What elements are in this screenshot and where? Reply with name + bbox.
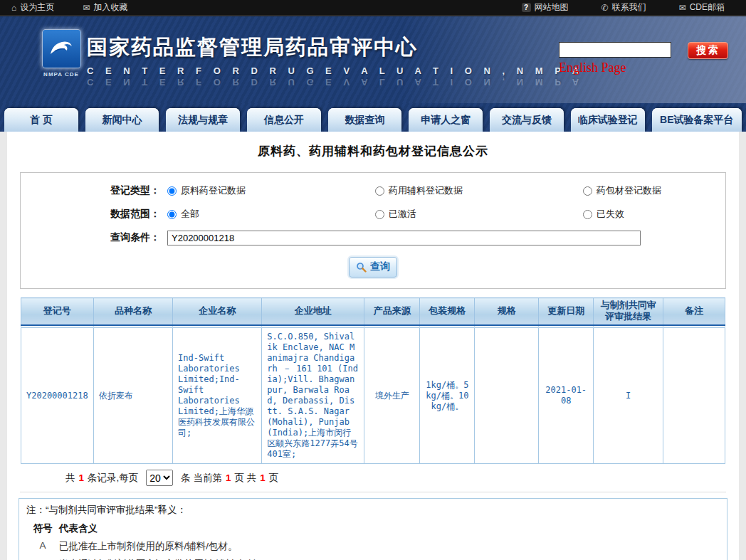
nav-tab-home[interactable]: 首 页: [4, 108, 78, 132]
envelope-icon: ✉: [83, 4, 90, 12]
cell-review-result: I: [594, 328, 663, 464]
col-header-reg-no: 登记号: [21, 298, 94, 325]
header-search-input[interactable]: [559, 42, 671, 58]
cell-spec: [475, 328, 539, 464]
reg-type-row: 登记类型： 原料药登记数据 药用辅料登记数据 药包材登记数据: [21, 183, 725, 199]
activated-radio[interactable]: [375, 210, 384, 219]
search-button-row: 查询: [21, 257, 725, 277]
sitemap-link[interactable]: ? 网站地图: [522, 1, 569, 14]
nav-tab-feedback[interactable]: 交流与反馈: [490, 108, 564, 132]
cell-package-spec: 1kg/桶。5kg/桶。10kg/桶。: [420, 328, 475, 464]
query-condition-label: 查询条件：: [21, 231, 160, 244]
content-panel: 原料药、药用辅料和药包材登记信息公示 登记类型： 原料药登记数据 药用辅料登记数…: [7, 132, 739, 560]
legend-header: 符号 代表含义: [26, 522, 720, 535]
pagination-total-prefix: 共: [65, 472, 75, 485]
site-header: NMPA CDE 国家药品监督管理局药品审评中心 C E N T E R F O…: [0, 16, 746, 103]
query-form: 登记类型： 原料药登记数据 药用辅料登记数据 药包材登记数据 数据范围：: [20, 172, 726, 289]
col-header-package-spec: 包装规格: [420, 298, 475, 325]
legend-symbol-header: 符号: [26, 522, 59, 535]
col-header-company-name: 企业名称: [173, 298, 262, 325]
pagination-total-count: 1: [79, 472, 85, 483]
all-radio-label: 全部: [181, 208, 199, 221]
packaging-data-radio-label: 药包材登记数据: [597, 184, 661, 197]
all-radio[interactable]: [167, 210, 177, 219]
logo-caption: NMPA CDE: [39, 71, 83, 78]
col-header-product-name: 品种名称: [93, 298, 172, 325]
topbar-left-links: ⌂ 设为主页 ✉ 加入收藏: [11, 1, 127, 14]
query-submit-button[interactable]: 查询: [349, 257, 397, 278]
cell-company-name: Ind-Swift Laboratories Limited;Ind-Swift…: [173, 328, 262, 464]
radio-option-api-data[interactable]: 原料药登记数据: [167, 184, 368, 197]
legend-meaning-a: 已批准在上市制剂使用的原料/辅料/包材。: [59, 540, 238, 553]
page-title: 原料药、药用辅料和药包材登记信息公示: [7, 132, 739, 165]
pagination-page-total-label: 页 共: [235, 472, 257, 485]
nav-tab-data-query[interactable]: 数据查询: [328, 108, 402, 132]
nav-tab-regulations[interactable]: 法规与规章: [166, 108, 240, 132]
query-condition-input[interactable]: [167, 231, 641, 245]
radio-option-all[interactable]: 全部: [167, 208, 368, 221]
topbar-right-links: ? 网站地图 ✆ 联系我们 ✉ CDE邮箱: [522, 1, 735, 14]
cell-product-source: 境外生产: [364, 328, 420, 464]
col-header-product-source: 产品来源: [364, 298, 420, 325]
table-row: Y20200001218 依折麦布 Ind-Swift Laboratories…: [21, 328, 725, 464]
legend-item-a: A 已批准在上市制剂使用的原料/辅料/包材。: [26, 540, 720, 553]
cde-mail-link[interactable]: ✉ CDE邮箱: [679, 1, 725, 14]
col-header-spec: 规格: [475, 298, 539, 325]
radio-option-activated[interactable]: 已激活: [375, 208, 576, 221]
legend-meaning-header: 代表含义: [59, 522, 98, 535]
nav-tab-info-disclosure[interactable]: 信息公开: [247, 108, 321, 132]
page-size-select[interactable]: 20: [146, 470, 173, 486]
data-scope-label: 数据范围：: [21, 208, 160, 221]
table-header-row: 登记号 品种名称 企业名称 企业地址 产品来源 包装规格 规格 更新日期 与制剂…: [21, 298, 725, 325]
nav-tab-applicant-window[interactable]: 申请人之窗: [409, 108, 483, 132]
cell-reg-no: Y20200001218: [21, 328, 94, 464]
top-utility-bar: ⌂ 设为主页 ✉ 加入收藏 ? 网站地图 ✆ 联系我们 ✉ CDE邮箱: [0, 0, 746, 16]
main-navigation: 首 页 新闻中心 法规与规章 信息公开 数据查询 申请人之窗 交流与反馈 临床试…: [0, 103, 746, 132]
contact-us-link[interactable]: ✆ 联系我们: [601, 1, 646, 14]
site-title-cn: 国家药品监督管理局药品审评中心: [87, 33, 584, 62]
magnifier-icon: [356, 262, 367, 273]
radio-option-packaging-data[interactable]: 药包材登记数据: [583, 184, 746, 197]
cde-logo: NMPA CDE: [39, 29, 83, 78]
pagination-bar: 共 1 条记录,每页 20 条 当前第 1 页 共 1 页: [20, 464, 726, 492]
excipient-data-radio[interactable]: [375, 186, 384, 196]
cde-logo-mark: [42, 29, 81, 68]
question-icon: ?: [522, 3, 531, 12]
nav-tab-clinical-trial-reg[interactable]: 临床试验登记: [571, 108, 645, 132]
legend-symbol-a: A: [26, 540, 59, 553]
english-page-link[interactable]: English Page: [559, 60, 626, 75]
col-header-company-address: 企业地址: [262, 298, 364, 325]
swan-icon: [46, 34, 76, 64]
expired-radio[interactable]: [583, 210, 592, 219]
expired-radio-label: 已失效: [597, 208, 624, 221]
pagination-current-page: 1: [226, 472, 231, 483]
radio-option-excipient-data[interactable]: 药用辅料登记数据: [375, 184, 576, 197]
cde-mail-label: CDE邮箱: [690, 1, 725, 14]
cell-remark: [663, 328, 725, 464]
set-homepage-link[interactable]: ⌂ 设为主页: [11, 1, 54, 14]
cell-product-name: 依折麦布: [93, 328, 172, 464]
header-search-button[interactable]: 搜索: [688, 42, 728, 59]
add-favorite-label: 加入收藏: [93, 1, 127, 14]
content-region: 原料药、药用辅料和药包材登记信息公示 登记类型： 原料药登记数据 药用辅料登记数…: [0, 132, 746, 560]
excipient-data-radio-label: 药用辅料登记数据: [389, 184, 463, 197]
col-header-update-date: 更新日期: [539, 298, 594, 325]
cell-update-date: 2021-01-08: [539, 328, 594, 464]
nav-tab-be-platform[interactable]: BE试验备案平台: [652, 108, 742, 132]
nav-tab-news[interactable]: 新闻中心: [85, 108, 159, 132]
cell-company-address: S.C.O.850, Shivalik Enclave, NAC Manimaj…: [262, 328, 364, 464]
legend-notes: 注：“与制剂共同审评审批结果”释义： 符号 代表含义 A 已批准在上市制剂使用的…: [19, 498, 727, 560]
pagination-after-select-label: 条 当前第: [181, 472, 222, 485]
site-title-en-reflection: C E N T E R F O R D R U G E V A L U A T …: [87, 77, 584, 88]
packaging-data-radio[interactable]: [583, 186, 592, 196]
results-table: 登记号 品种名称 企业名称 企业地址 产品来源 包装规格 规格 更新日期 与制剂…: [21, 297, 725, 464]
add-favorite-link[interactable]: ✉ 加入收藏: [83, 1, 127, 14]
api-data-radio-label: 原料药登记数据: [181, 184, 246, 197]
pagination-pages-suffix: 页: [269, 472, 279, 485]
site-title-en: C E N T E R F O R D R U G E V A L U A T …: [87, 65, 584, 76]
home-icon: ⌂: [11, 4, 16, 12]
api-data-radio[interactable]: [167, 186, 177, 196]
phone-icon: ✆: [601, 4, 609, 12]
sitemap-label: 网站地图: [535, 1, 569, 14]
radio-option-expired[interactable]: 已失效: [583, 208, 746, 221]
